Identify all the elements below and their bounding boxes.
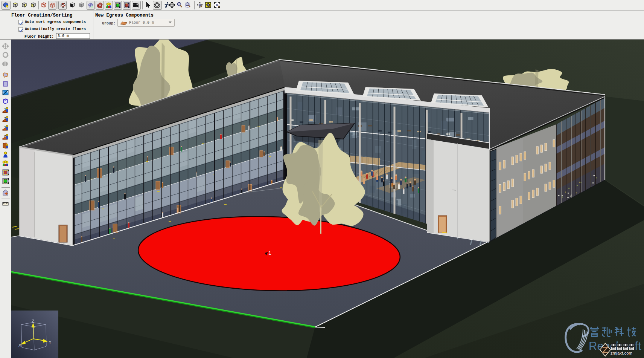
svg-text:1: 1 bbox=[4, 107, 6, 111]
svg-text:Z: Z bbox=[32, 319, 34, 323]
svg-text:Y: Y bbox=[49, 340, 52, 344]
svg-text:2: 2 bbox=[4, 116, 6, 120]
svg-text:zmjaxf.com: zmjaxf.com bbox=[611, 351, 632, 355]
svg-text:2: 2 bbox=[4, 134, 6, 138]
svg-text:1: 1 bbox=[4, 125, 6, 129]
svg-text:1: 1 bbox=[268, 250, 271, 256]
svg-text:X: X bbox=[18, 343, 21, 347]
